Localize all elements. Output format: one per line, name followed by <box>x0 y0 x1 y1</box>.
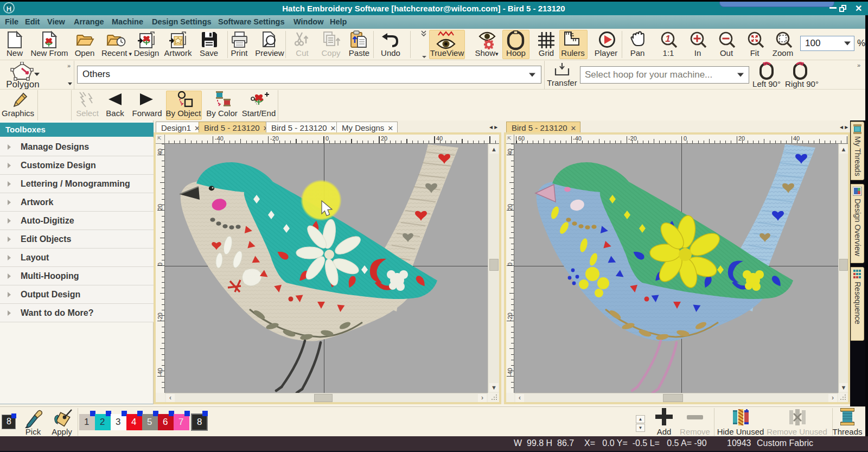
svg-text:1: 1 <box>665 34 670 44</box>
